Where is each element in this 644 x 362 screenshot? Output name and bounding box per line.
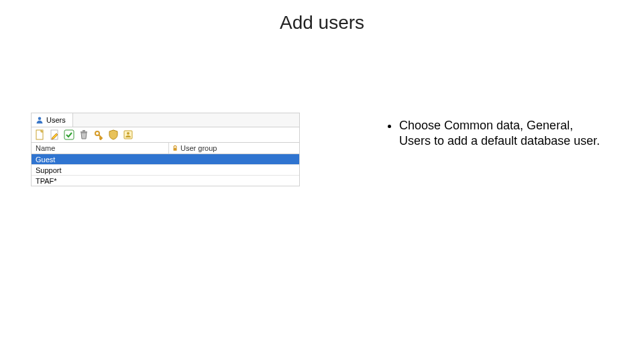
toolbar	[32, 127, 299, 143]
svg-rect-5	[83, 130, 85, 131]
instruction-item: Choose Common data, General, Users to ad…	[399, 118, 600, 148]
cell-name: TPAF*	[32, 177, 168, 185]
confirm-icon[interactable]	[64, 129, 74, 140]
role-icon[interactable]	[123, 129, 133, 140]
tab-users[interactable]: Users	[32, 113, 73, 127]
column-user-group[interactable]: User group	[169, 143, 299, 154]
shield-icon[interactable]	[108, 129, 119, 140]
table-row[interactable]: Guest	[32, 154, 299, 164]
delete-icon[interactable]	[78, 129, 89, 140]
rows: Guest Support TPAF*	[32, 154, 299, 186]
lock-icon	[172, 145, 178, 152]
table-row[interactable]: TPAF*	[32, 175, 299, 186]
key-icon[interactable]	[93, 129, 104, 140]
column-headers: Name User group	[32, 143, 299, 154]
column-group-label: User group	[180, 144, 217, 152]
new-icon[interactable]	[34, 129, 45, 140]
edit-icon[interactable]	[49, 129, 60, 140]
tab-bar: Users	[32, 113, 299, 127]
cell-name: Support	[32, 166, 168, 174]
svg-rect-9	[174, 147, 177, 150]
svg-point-8	[127, 132, 129, 135]
users-panel: Users Name User group Guest Sup	[31, 113, 300, 186]
page-title: Add users	[0, 12, 644, 34]
table-row[interactable]: Support	[32, 164, 299, 175]
svg-rect-3	[64, 130, 74, 139]
svg-rect-4	[80, 131, 87, 133]
tab-label: Users	[46, 116, 66, 124]
user-icon	[36, 116, 44, 124]
cell-name: Guest	[32, 156, 168, 164]
svg-point-0	[38, 117, 42, 121]
column-name[interactable]: Name	[32, 143, 169, 154]
instruction-block: Choose Common data, General, Users to ad…	[386, 118, 600, 152]
